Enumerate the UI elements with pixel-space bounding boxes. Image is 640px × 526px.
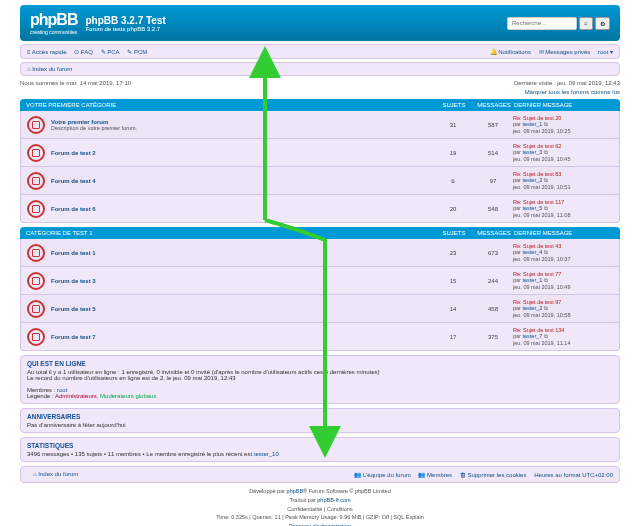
forum-row: Forum de test 514458Re: Sujet de test 97… — [20, 295, 620, 323]
footer-cookies[interactable]: 🗑 Supprimer les cookies — [460, 472, 527, 478]
post-count: 458 — [473, 306, 513, 312]
forum-link[interactable]: Votre premier forum — [51, 119, 108, 125]
stats-heading: STATISTIQUES — [27, 442, 613, 449]
credits: Développé par phpBB® Forum Software © ph… — [20, 487, 620, 526]
topic-count: 15 — [433, 278, 473, 284]
nav-pcm[interactable]: ✎ PCM — [127, 49, 147, 55]
forum-icon[interactable] — [27, 300, 45, 318]
search-box: ⌕ ⚙ — [507, 17, 610, 30]
timebar: Nous sommes le mar. 14 mai 2019, 17:10De… — [20, 80, 620, 86]
nav-notifications[interactable]: 🔔 Notifications — [490, 49, 531, 55]
last-post: Re: Sujet de test 83par tester_2 ⧉jeu. 0… — [513, 171, 613, 190]
nav-pca[interactable]: ✎ PCA — [101, 49, 120, 55]
footer-team[interactable]: 👥 L'équipe du forum — [354, 472, 411, 478]
forum-icon[interactable] — [27, 144, 45, 162]
last-post: Re: Sujet de test 134par tester_7 ⧉jeu. … — [513, 327, 613, 346]
post-count: 514 — [473, 150, 513, 156]
topic-count: 31 — [433, 122, 473, 128]
logo-icon: phpBBcreating communities — [30, 11, 77, 35]
forum-icon[interactable] — [27, 172, 45, 190]
birthdays: ANNIVERSAIRES Pas d'anniversaire à fêter… — [20, 408, 620, 433]
forum-link[interactable]: Forum de test 3 — [51, 278, 96, 284]
category-header[interactable]: CATÉGORIE DE TEST 1SUJETSMESSAGESDERNIER… — [20, 227, 620, 239]
online-line2: Le record du nombre d'utilisateurs en li… — [27, 375, 613, 381]
forum-row: Votre premier forumDescription de votre … — [20, 111, 620, 139]
forum-link[interactable]: Forum de test 6 — [51, 206, 96, 212]
breadcrumb-home[interactable]: ⌂ Index du forum — [27, 66, 72, 72]
forum-link[interactable]: Forum de test 5 — [51, 306, 96, 312]
footer-tz: Heures au format UTC+02:00 — [534, 472, 613, 478]
whois-online: QUI EST EN LIGNE Au total il y a 1 utili… — [20, 355, 620, 404]
topic-count: 23 — [433, 250, 473, 256]
topic-count: 6 — [433, 178, 473, 184]
stats-user[interactable]: tester_10 — [254, 451, 279, 457]
credit-phpbbfr[interactable]: phpBB-fr.com — [317, 497, 350, 503]
nav-user[interactable]: root ▾ — [598, 49, 613, 55]
statistics: STATISTIQUES 3496 messages • 135 sujets … — [20, 437, 620, 462]
forum-link[interactable]: Forum de test 7 — [51, 334, 96, 340]
topic-count: 19 — [433, 150, 473, 156]
header: phpBBcreating communities phpBB 3.2.7 Te… — [20, 5, 620, 41]
post-count: 244 — [473, 278, 513, 284]
post-count: 548 — [473, 206, 513, 212]
mark-read[interactable]: Marquer tous les forums comme lus — [525, 89, 620, 95]
footer-members[interactable]: 👥 Membres — [418, 472, 452, 478]
legend-admin[interactable]: Administrateurs — [55, 393, 97, 399]
forum-icon[interactable] — [27, 200, 45, 218]
forum-icon[interactable] — [27, 116, 45, 134]
forum-row: Forum de test 4697Re: Sujet de test 83pa… — [20, 167, 620, 195]
search-button[interactable]: ⌕ — [579, 17, 593, 30]
forum-icon[interactable] — [27, 244, 45, 262]
topic-count: 17 — [433, 334, 473, 340]
topic-count: 20 — [433, 206, 473, 212]
last-visit: Dernière visite : jeu. 09 mai 2019, 12:4… — [514, 80, 620, 86]
post-count: 97 — [473, 178, 513, 184]
forum-row: Forum de test 620548Re: Sujet de test 11… — [20, 195, 620, 223]
online-heading: QUI EST EN LIGNE — [27, 360, 613, 367]
quick-links[interactable]: ≡ Accès rapide — [27, 49, 67, 55]
category-header[interactable]: VOTRE PREMIÈRE CATÉGORIESUJETSMESSAGESDE… — [20, 99, 620, 111]
nav-pm[interactable]: ✉ Messages privés — [539, 49, 591, 55]
breadcrumb: ⌂ Index du forum — [20, 62, 620, 76]
forum-link[interactable]: Forum de test 1 — [51, 250, 96, 256]
footer-home[interactable]: ⌂ Index du forum — [33, 471, 78, 477]
last-post: Re: Sujet de test 97par tester_2 ⧉jeu. 0… — [513, 299, 613, 318]
forum-row: Forum de test 219514Re: Sujet de test 62… — [20, 139, 620, 167]
site-desc: Forum de tests phpBB 3.2.7 — [85, 26, 165, 32]
forum-link[interactable]: Forum de test 4 — [51, 178, 96, 184]
post-count: 587 — [473, 122, 513, 128]
navbar: ≡ Accès rapide ⊙ FAQ ✎ PCA ✎ PCM 🔔 Notif… — [20, 44, 620, 59]
bday-heading: ANNIVERSAIRES — [27, 413, 613, 420]
forum-row: Forum de test 315244Re: Sujet de test 77… — [20, 267, 620, 295]
post-count: 673 — [473, 250, 513, 256]
current-time: Nous sommes le mar. 14 mai 2019, 17:10 — [20, 80, 131, 86]
legend-mod[interactable]: Modérateurs globaux — [100, 393, 156, 399]
bday-line: Pas d'anniversaire à fêter aujourd'hui — [27, 422, 613, 428]
nav-faq[interactable]: ⊙ FAQ — [74, 49, 93, 55]
logo-area[interactable]: phpBBcreating communities phpBB 3.2.7 Te… — [30, 11, 166, 35]
credit-phpbb[interactable]: phpBB — [287, 488, 304, 494]
last-post: Re: Sujet de test 43par tester_4 ⧉jeu. 0… — [513, 243, 613, 262]
last-post: Re: Sujet de test 77par tester_1 ⧉jeu. 0… — [513, 271, 613, 290]
site-title: phpBB 3.2.7 Test — [85, 15, 165, 26]
footer-nav: ⌂ Index du forum 👥 L'équipe du forum 👥 M… — [20, 466, 620, 483]
search-adv-button[interactable]: ⚙ — [595, 17, 610, 30]
post-count: 375 — [473, 334, 513, 340]
last-post: Re: Sujet de test 20par tester_1 ⧉jeu. 0… — [513, 115, 613, 134]
forum-link[interactable]: Forum de test 2 — [51, 150, 96, 156]
last-post: Re: Sujet de test 62par tester_3 ⧉jeu. 0… — [513, 143, 613, 162]
forum-icon[interactable] — [27, 328, 45, 346]
forum-icon[interactable] — [27, 272, 45, 290]
forum-row: Forum de test 123673Re: Sujet de test 43… — [20, 239, 620, 267]
forum-row: Forum de test 717375Re: Sujet de test 13… — [20, 323, 620, 351]
topic-count: 14 — [433, 306, 473, 312]
search-input[interactable] — [507, 17, 577, 30]
last-post: Re: Sujet de test 117par tester_5 ⧉jeu. … — [513, 199, 613, 218]
